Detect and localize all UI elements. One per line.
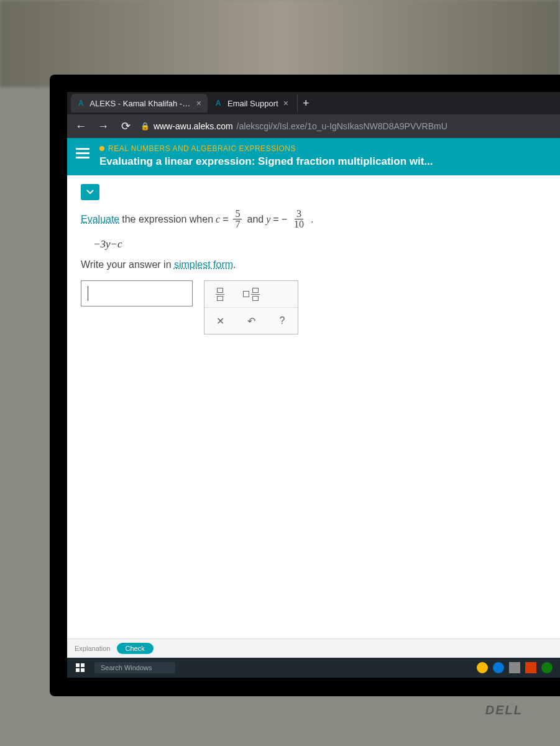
tray-icon[interactable]	[541, 662, 553, 673]
term-evaluate[interactable]: Evaluate	[81, 214, 119, 225]
forward-button[interactable]: →	[96, 120, 111, 133]
tab-title: Email Support	[227, 99, 278, 108]
menu-icon[interactable]	[76, 144, 90, 159]
check-button[interactable]: Check	[117, 643, 154, 654]
fraction-5-7: 5 7	[233, 209, 242, 229]
browser-tab-email[interactable]: A Email Support ×	[208, 94, 295, 113]
taskbar-tray	[477, 662, 558, 673]
answer-input[interactable]	[81, 280, 193, 306]
browser-nav-bar: ← → ⟳ 🔒 www-awu.aleks.com/alekscgi/x/Isl…	[67, 114, 560, 138]
browser-tab-bar: A ALEKS - Kamal Khalifah - Learn × A Ema…	[67, 92, 560, 114]
mixed-number-icon	[243, 288, 260, 301]
aleks-header: REAL NUMBERS AND ALGEBRAIC EXPRESSIONS E…	[67, 138, 560, 175]
expand-button[interactable]	[81, 184, 99, 200]
clear-button[interactable]: ✕	[204, 308, 236, 334]
text-cursor	[88, 286, 88, 301]
term-simplest-form[interactable]: simplest form	[174, 259, 233, 270]
tab-title: ALEKS - Kamal Khalifah - Learn	[90, 99, 191, 108]
problem-statement: Evaluate the expression when c = 5 7 and…	[81, 209, 546, 229]
fraction-3-10: 3 10	[292, 209, 306, 229]
undo-button[interactable]: ↶	[236, 308, 267, 334]
instruction: Write your answer in simplest form.	[81, 259, 546, 270]
aleks-favicon: A	[77, 99, 85, 108]
explanation-link[interactable]: Explanation	[75, 645, 111, 652]
expression: −3y−c	[93, 238, 546, 251]
tray-icon[interactable]	[493, 662, 504, 673]
new-tab-button[interactable]: +	[297, 94, 314, 112]
aleks-footer: Explanation Check	[67, 638, 560, 658]
aleks-favicon: A	[214, 99, 223, 108]
svg-rect-0	[76, 663, 80, 667]
fraction-icon	[216, 288, 224, 301]
svg-rect-3	[81, 668, 85, 672]
tray-icon[interactable]	[477, 662, 488, 673]
taskbar-search[interactable]: Search Windows	[94, 662, 175, 673]
tray-icon[interactable]	[509, 662, 520, 673]
url-host: www-awu.aleks.com	[154, 121, 233, 131]
help-button[interactable]: ?	[267, 308, 298, 334]
close-tab-icon[interactable]: ×	[283, 98, 288, 108]
breadcrumb-dot-icon	[99, 146, 104, 151]
svg-rect-2	[76, 668, 80, 672]
windows-icon	[76, 663, 85, 672]
math-toolbar: ✕ ↶ ?	[204, 280, 298, 334]
close-tab-icon[interactable]: ×	[196, 98, 201, 108]
chevron-down-icon	[86, 190, 94, 195]
lock-icon: 🔒	[140, 122, 150, 131]
reload-button[interactable]: ⟳	[118, 119, 133, 133]
fraction-button[interactable]	[204, 281, 236, 307]
monitor-brand: DELL	[485, 703, 523, 717]
svg-rect-1	[81, 663, 85, 667]
windows-taskbar: Search Windows	[67, 658, 560, 678]
page-title: Evaluating a linear expression: Signed f…	[99, 155, 551, 168]
browser-tab-aleks[interactable]: A ALEKS - Kamal Khalifah - Learn ×	[71, 94, 208, 113]
tray-icon[interactable]	[525, 662, 536, 673]
start-button[interactable]	[70, 660, 91, 676]
address-bar[interactable]: 🔒 www-awu.aleks.com/alekscgi/x/Isl.exe/1…	[140, 121, 554, 131]
url-path: /alekscgi/x/Isl.exe/1o_u-IgNsIkasNW8D8A9…	[237, 121, 448, 131]
mixed-number-button[interactable]	[236, 281, 267, 307]
breadcrumb: REAL NUMBERS AND ALGEBRAIC EXPRESSIONS	[99, 144, 551, 153]
problem-content: Evaluate the expression when c = 5 7 and…	[67, 175, 560, 638]
back-button[interactable]: ←	[73, 120, 88, 133]
